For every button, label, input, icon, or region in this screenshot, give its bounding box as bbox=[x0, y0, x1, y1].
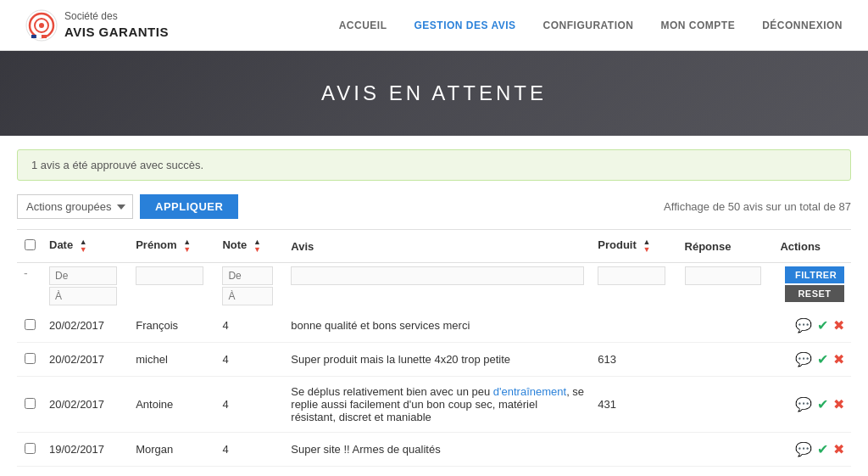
col-header-reponse: Réponse bbox=[678, 230, 774, 263]
row-avis: Super produit mais la lunette 4x20 trop … bbox=[284, 343, 591, 377]
svg-rect-5 bbox=[36, 35, 42, 38]
row-note: 4 bbox=[215, 343, 284, 377]
table-body: 20/02/2017François4bonne qualité et bons… bbox=[17, 309, 851, 467]
nav-gestion[interactable]: GESTION DES AVIS bbox=[415, 20, 516, 31]
row-produit: 613 bbox=[591, 343, 677, 377]
filter-reponse-input[interactable] bbox=[685, 266, 761, 285]
prenom-sort-arrows[interactable]: ▲ ▼ bbox=[183, 238, 191, 254]
comment-icon[interactable]: 💬 bbox=[795, 396, 812, 412]
nav-configuration[interactable]: CONFIGURATION bbox=[543, 20, 634, 31]
filter-date-a[interactable] bbox=[49, 287, 117, 305]
apply-button[interactable]: APPLIQUER bbox=[140, 194, 238, 219]
filter-note-a[interactable] bbox=[222, 287, 273, 305]
row-reponse bbox=[678, 377, 774, 433]
filter-button[interactable]: FILTRER bbox=[785, 266, 844, 283]
main-content: 1 avis a été approuvé avec succès. Actio… bbox=[0, 136, 868, 476]
filter-prenom bbox=[129, 263, 215, 310]
row-checkbox-cell bbox=[17, 343, 42, 377]
logo-icon bbox=[25, 9, 58, 42]
row-actions: 💬✔✖ bbox=[773, 309, 851, 343]
filter-produit-input[interactable] bbox=[598, 266, 665, 285]
filter-actions-cell: FILTRER RESET bbox=[773, 263, 851, 310]
row-actions: 💬✔✖ bbox=[773, 433, 851, 467]
col-header-avis: Avis bbox=[284, 230, 591, 263]
toolbar: Actions groupées APPLIQUER Affichage de … bbox=[17, 194, 851, 219]
delete-icon[interactable]: ✖ bbox=[833, 317, 844, 333]
date-sort-arrows[interactable]: ▲ ▼ bbox=[80, 238, 87, 254]
produit-sort-arrows[interactable]: ▲ ▼ bbox=[643, 238, 650, 254]
row-date: 20/02/2017 bbox=[42, 309, 129, 343]
row-note: 4 bbox=[215, 309, 284, 343]
row-checkbox[interactable] bbox=[25, 398, 36, 409]
table-row: 20/02/2017michel4Super produit mais la l… bbox=[17, 343, 851, 377]
row-checkbox-cell bbox=[17, 377, 42, 433]
row-checkbox[interactable] bbox=[25, 353, 36, 364]
note-sort-arrows[interactable]: ▲ ▼ bbox=[253, 238, 261, 254]
select-all-checkbox[interactable] bbox=[25, 239, 36, 250]
row-reponse bbox=[678, 433, 774, 467]
hero-banner: AVIS EN ATTENTE bbox=[0, 51, 868, 136]
row-produit bbox=[591, 433, 677, 467]
delete-icon[interactable]: ✖ bbox=[833, 441, 844, 457]
row-prenom: François bbox=[129, 309, 215, 343]
alert-success: 1 avis a été approuvé avec succès. bbox=[17, 149, 851, 181]
row-actions: 💬✔✖ bbox=[773, 343, 851, 377]
filter-dash: - bbox=[17, 263, 42, 310]
row-avis: Se déplus relativement bien avec un peu … bbox=[284, 377, 591, 433]
row-reponse bbox=[678, 343, 774, 377]
nav-accueil[interactable]: ACCUEIL bbox=[339, 20, 387, 31]
filter-note-de[interactable] bbox=[222, 266, 273, 285]
row-date: 20/02/2017 bbox=[42, 377, 129, 433]
row-note: 4 bbox=[215, 433, 284, 467]
row-reponse bbox=[678, 309, 774, 343]
filter-date bbox=[42, 263, 129, 310]
col-header-note[interactable]: Note ▲ ▼ bbox=[215, 230, 284, 263]
filter-avis bbox=[284, 263, 591, 310]
col-header-checkbox bbox=[17, 230, 42, 263]
row-prenom: michel bbox=[129, 343, 215, 377]
page-title: AVIS EN ATTENTE bbox=[321, 81, 547, 105]
nav-mon-compte[interactable]: MON COMPTE bbox=[660, 20, 735, 31]
actions-grouped-select[interactable]: Actions groupées bbox=[17, 194, 133, 219]
row-checkbox-cell bbox=[17, 309, 42, 343]
col-header-produit[interactable]: Produit ▲ ▼ bbox=[591, 230, 677, 263]
reset-button[interactable]: RESET bbox=[785, 285, 844, 302]
approve-icon[interactable]: ✔ bbox=[817, 351, 828, 367]
table-row: 20/02/2017François4bonne qualité et bons… bbox=[17, 309, 851, 343]
comment-icon[interactable]: 💬 bbox=[795, 317, 812, 333]
svg-rect-4 bbox=[31, 35, 36, 38]
col-header-date[interactable]: Date ▲ ▼ bbox=[42, 230, 129, 263]
filter-note bbox=[215, 263, 284, 310]
col-header-prenom[interactable]: Prénom ▲ ▼ bbox=[129, 230, 215, 263]
row-note: 4 bbox=[215, 377, 284, 433]
svg-rect-6 bbox=[42, 35, 47, 38]
col-header-actions: Actions bbox=[773, 230, 851, 263]
table-row: 19/02/2017Morgan4Super site !! Armes de … bbox=[17, 433, 851, 467]
row-avis: Super site !! Armes de qualités bbox=[284, 433, 591, 467]
filter-reponse bbox=[678, 263, 774, 310]
row-date: 19/02/2017 bbox=[42, 433, 129, 467]
approve-icon[interactable]: ✔ bbox=[817, 396, 828, 412]
row-checkbox-cell bbox=[17, 433, 42, 467]
approve-icon[interactable]: ✔ bbox=[817, 441, 828, 457]
nav-deconnexion[interactable]: DÉCONNEXION bbox=[762, 20, 843, 31]
sort-down-icon: ▼ bbox=[643, 246, 650, 254]
sort-down-icon: ▼ bbox=[253, 246, 261, 254]
row-checkbox[interactable] bbox=[25, 443, 36, 454]
delete-icon[interactable]: ✖ bbox=[833, 351, 844, 367]
row-actions: 💬✔✖ bbox=[773, 377, 851, 433]
reviews-table-wrap: Date ▲ ▼ Prénom ▲ ▼ Note bbox=[17, 229, 851, 467]
svg-point-3 bbox=[39, 23, 44, 28]
approve-icon[interactable]: ✔ bbox=[817, 317, 828, 333]
delete-icon[interactable]: ✖ bbox=[833, 396, 844, 412]
sort-down-icon: ▼ bbox=[183, 246, 191, 254]
filter-date-de[interactable] bbox=[49, 266, 117, 285]
row-avis: bonne qualité et bons services merci bbox=[284, 309, 591, 343]
navbar: Société des AVIS GARANTIS ACCUEIL GESTIO… bbox=[0, 0, 868, 51]
filter-prenom-input[interactable] bbox=[136, 266, 203, 285]
sort-down-icon: ▼ bbox=[80, 246, 87, 254]
row-checkbox[interactable] bbox=[25, 319, 36, 330]
comment-icon[interactable]: 💬 bbox=[795, 351, 812, 367]
filter-avis-input[interactable] bbox=[291, 266, 584, 285]
comment-icon[interactable]: 💬 bbox=[795, 441, 812, 457]
